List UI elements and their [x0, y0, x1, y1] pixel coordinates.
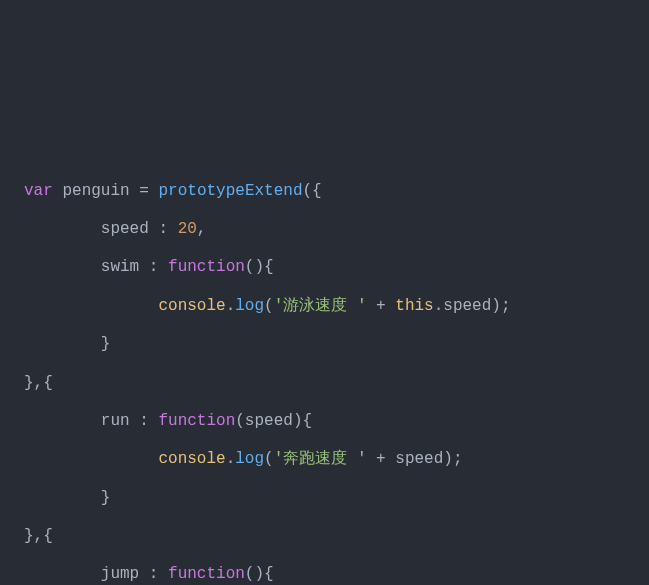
- dot2: .: [434, 297, 444, 315]
- func-call: prototypeExtend: [158, 182, 302, 200]
- code-line-8: console.log('奔跑速度 ' + speed);: [24, 440, 625, 478]
- close-brace: }: [101, 489, 111, 507]
- indent: [24, 489, 101, 507]
- comma: ,: [197, 220, 207, 238]
- dot: .: [226, 297, 236, 315]
- code-line-1: var penguin = prototypeExtend({: [24, 172, 625, 210]
- parens-brace: (){: [245, 565, 274, 583]
- dot: .: [226, 450, 236, 468]
- open-paren: (: [264, 297, 274, 315]
- plus: +: [366, 450, 395, 468]
- code-line-7: run : function(speed){: [24, 402, 625, 440]
- equals: =: [139, 182, 149, 200]
- param-speed-ref: speed: [395, 450, 443, 468]
- indent: [24, 412, 101, 430]
- this-keyword: this: [395, 297, 433, 315]
- prop-speed: speed: [101, 220, 149, 238]
- close-paren: );: [491, 297, 510, 315]
- close-brace: }: [101, 335, 111, 353]
- colon: :: [149, 220, 178, 238]
- parens-brace: (){: [245, 258, 274, 276]
- code-line-9: }: [24, 479, 625, 517]
- code-line-3: swim : function(){: [24, 248, 625, 286]
- number-20: 20: [178, 220, 197, 238]
- log-method: log: [235, 450, 264, 468]
- param-speed: speed: [245, 412, 293, 430]
- indent: [24, 258, 101, 276]
- code-line-2: speed : 20,: [24, 210, 625, 248]
- colon: :: [130, 412, 159, 430]
- colon: :: [139, 258, 168, 276]
- code-line-11: jump : function(){: [24, 555, 625, 585]
- indent: [24, 565, 101, 583]
- string-run: '奔跑速度 ': [274, 450, 367, 468]
- prop-jump: jump: [101, 565, 139, 583]
- prop-swim: swim: [101, 258, 139, 276]
- indent: [24, 220, 101, 238]
- keyword-function: function: [168, 258, 245, 276]
- open-paren: (: [264, 450, 274, 468]
- code-block: var penguin = prototypeExtend({ speed : …: [24, 172, 625, 585]
- paren-brace: ({: [303, 182, 322, 200]
- indent: [24, 450, 158, 468]
- log-method: log: [235, 297, 264, 315]
- keyword-function: function: [158, 412, 235, 430]
- console-obj: console: [158, 297, 225, 315]
- plus: +: [366, 297, 395, 315]
- prop-run: run: [101, 412, 130, 430]
- code-line-4: console.log('游泳速度 ' + this.speed);: [24, 287, 625, 325]
- open-paren: (: [235, 412, 245, 430]
- close-paren: );: [443, 450, 462, 468]
- keyword-var: var: [24, 182, 53, 200]
- var-name: penguin: [62, 182, 129, 200]
- indent: [24, 297, 158, 315]
- code-line-6: },{: [24, 364, 625, 402]
- colon: :: [139, 565, 168, 583]
- string-swim: '游泳速度 ': [274, 297, 367, 315]
- brace-comma-brace: },{: [24, 374, 53, 392]
- close-paren-brace: ){: [293, 412, 312, 430]
- keyword-function: function: [168, 565, 245, 583]
- code-line-10: },{: [24, 517, 625, 555]
- console-obj: console: [158, 450, 225, 468]
- prop-speed-ref: speed: [443, 297, 491, 315]
- code-line-5: }: [24, 325, 625, 363]
- brace-comma-brace: },{: [24, 527, 53, 545]
- indent: [24, 335, 101, 353]
